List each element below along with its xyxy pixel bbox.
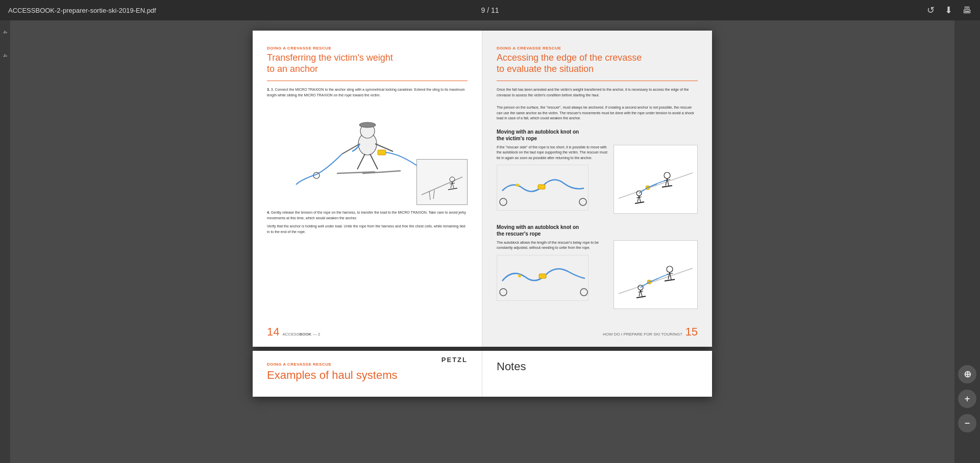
svg-point-38 [500, 289, 507, 296]
svg-line-15 [450, 183, 455, 184]
toolbar-page-info: 9 / 11 [481, 6, 499, 14]
svg-line-24 [619, 173, 693, 198]
pdf-page-15: DOING A CREVASSE RESCUE Accessing the ed… [482, 31, 712, 347]
refresh-icon[interactable]: ↺ [927, 5, 935, 16]
step3-text: 3. 3. Connect the MICRO TRAXION to the a… [267, 87, 468, 98]
svg-line-13 [451, 182, 452, 188]
pdf-page-14: DOING A CREVASSE RESCUE Transferring the… [253, 31, 482, 347]
zoom-out-button[interactable]: − [958, 414, 976, 432]
orange-divider-15 [497, 81, 698, 81]
svg-point-2 [359, 122, 376, 127]
svg-point-23 [539, 186, 542, 189]
svg-line-14 [452, 182, 454, 188]
moving1-row: If the "rescuer side" of the rope is too… [497, 145, 698, 214]
svg-line-50 [639, 290, 641, 296]
sidebar-tab-2[interactable]: 4 [2, 54, 8, 57]
svg-rect-10 [378, 150, 386, 155]
section-title-14: Transferring the victim's weight to an a… [267, 53, 468, 74]
moving2-title: Moving with an autoblock knot onthe resc… [497, 224, 698, 237]
page-number-15: HOW DO I PREPARE FOR SKI TOURING? 15 [603, 325, 698, 339]
svg-line-11 [422, 177, 462, 195]
svg-point-22 [516, 184, 519, 187]
moving1-svg [497, 165, 589, 211]
svg-line-37 [639, 188, 648, 193]
download-icon[interactable]: ⬇ [945, 5, 952, 16]
section-label-15: DOING A CREVASSE RESCUE [497, 46, 698, 50]
section-title-16: Examples of haul systems [267, 369, 468, 382]
petzl-logo: PETZL [442, 356, 468, 364]
left-sidebar: 4 4 [0, 20, 10, 463]
svg-line-3 [342, 144, 360, 154]
svg-point-40 [580, 289, 587, 296]
svg-line-29 [662, 186, 672, 187]
moving2-body: The autoblock allows the length of the r… [497, 240, 608, 251]
svg-point-44 [667, 266, 673, 272]
svg-line-34 [635, 202, 644, 203]
svg-line-43 [619, 268, 693, 294]
pdf-page-16-right: Notes [482, 351, 712, 397]
intro2-text: The person on the surface, the "rescuer"… [497, 105, 698, 121]
moving1-title: Moving with an autoblock knot onthe vict… [497, 128, 698, 142]
section-label-16: DOING A CREVASSE RESCUE [267, 362, 468, 367]
content-area: DOING A CREVASSE RESCUE Transferring the… [10, 20, 954, 463]
moving-section-1: Moving with an autoblock knot onthe vict… [497, 128, 698, 214]
svg-line-31 [638, 196, 639, 202]
svg-point-21 [579, 198, 586, 205]
svg-line-5 [357, 154, 365, 169]
illustration-inset-14 [416, 159, 468, 205]
svg-point-25 [664, 172, 670, 178]
expand-button[interactable]: ⊕ [958, 365, 976, 383]
moving1-photo [614, 145, 698, 214]
toolbar: ACCESSBOOK-2-preparer-sortie-ski-2019-EN… [0, 0, 980, 20]
moving2-photo-svg [616, 243, 695, 306]
section-title-15: Accessing the edge of the crevasse to ev… [497, 53, 698, 74]
svg-line-32 [639, 196, 641, 202]
orange-divider-14 [267, 81, 468, 81]
svg-line-56 [641, 282, 649, 288]
svg-line-6 [370, 154, 378, 169]
pdf-page-16-left: PETZL DOING A CREVASSE RESCUE Examples o… [253, 351, 482, 397]
moving2-svg [497, 255, 589, 301]
moving2-row: The autoblock allows the length of the r… [497, 240, 698, 309]
svg-line-18 [433, 190, 434, 199]
section-label-14: DOING A CREVASSE RESCUE [267, 46, 468, 50]
pdf-spread-2: PETZL DOING A CREVASSE RESCUE Examples o… [253, 351, 712, 397]
pdf-spread-1: DOING A CREVASSE RESCUE Transferring the… [253, 31, 712, 347]
svg-line-51 [641, 290, 642, 296]
inset-svg [419, 162, 465, 202]
moving-section-2: Moving with an autoblock knot onthe resc… [497, 224, 698, 309]
print-icon[interactable]: 🖶 [963, 5, 972, 16]
page-number-14: 14 ACCESSBOOK — 2 [267, 325, 320, 339]
svg-line-17 [429, 191, 430, 200]
zoom-in-button[interactable]: + [958, 390, 976, 408]
svg-point-19 [500, 198, 507, 205]
intro1-text: Once the fall has been arrested and the … [497, 87, 698, 98]
moving1-body: If the "rescuer side" of the rope is too… [497, 145, 608, 161]
svg-line-48 [665, 279, 675, 281]
right-sidebar: ⊕ + − [954, 20, 980, 463]
sidebar-tab-1[interactable]: 4 [2, 31, 8, 34]
moving1-diagram [497, 165, 589, 211]
svg-point-41 [518, 274, 521, 277]
svg-line-16 [448, 188, 457, 190]
moving1-photo-svg [616, 147, 695, 211]
step4-text: 4. Gently release the tension of the rop… [267, 210, 468, 221]
toolbar-title: ACCESSBOOK-2-preparer-sortie-ski-2019-EN… [8, 7, 156, 14]
toolbar-actions: ↺ ⬇ 🖶 [927, 5, 972, 16]
moving2-photo [614, 240, 698, 309]
notes-title: Notes [497, 360, 698, 373]
moving2-diagram [497, 255, 589, 301]
svg-line-53 [636, 296, 646, 298]
step4-verify: Verify that the anchor is holding well u… [267, 224, 468, 235]
svg-point-42 [541, 275, 544, 278]
illustration-main-14 [267, 103, 468, 205]
